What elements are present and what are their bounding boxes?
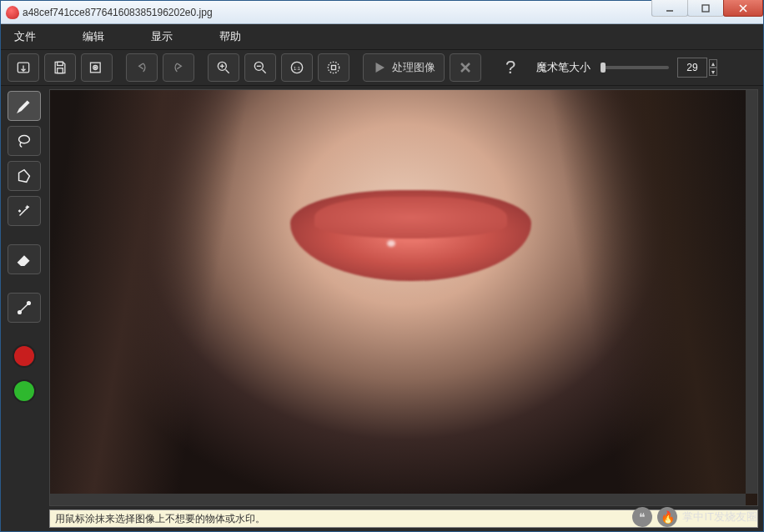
brush-size-slider[interactable] [601,66,669,69]
svg-line-15 [263,70,266,73]
process-label: 处理图像 [392,60,435,75]
content-area: 用鼠标涂抹来选择图像上不想要的物体或水印。 [1,86,763,531]
svg-rect-1 [702,5,709,12]
marker-tool[interactable] [8,91,41,121]
maximize-button[interactable] [687,0,724,17]
tool-sidebar [1,86,48,531]
brush-size-spinner[interactable]: ▴▾ [677,58,717,78]
zoom-fit-button[interactable] [318,53,349,82]
menu-view[interactable]: 显示 [144,26,179,48]
avatar-icon: 🔥 [657,507,677,527]
app-icon [6,6,19,19]
image-content [50,90,757,505]
undo-button[interactable] [126,53,158,82]
minimize-button[interactable] [651,0,688,17]
mask-color-red[interactable] [8,341,41,371]
spin-up-icon[interactable]: ▴ [709,59,717,68]
svg-line-11 [226,70,229,73]
horizontal-scrollbar[interactable] [50,494,746,505]
zoom-in-button[interactable] [208,53,239,82]
window-controls [652,1,763,23]
watermark: ❝ 🔥 掌中IT发烧友圈 [632,507,757,527]
wechat-icon: ❝ [632,507,652,527]
brush-size-label: 魔术笔大小 [536,60,591,75]
menubar: 文件 编辑 显示 帮助 [1,24,763,49]
save-button[interactable] [44,53,76,82]
cancel-button[interactable] [450,53,481,82]
svg-line-27 [20,304,28,311]
process-button[interactable]: 处理图像 [363,53,445,82]
line-tool[interactable] [8,293,41,323]
zoom-actual-button[interactable]: 1:1 [281,53,313,82]
svg-rect-20 [332,66,336,70]
lasso-tool[interactable] [8,126,41,156]
titlebar[interactable]: a48cef741cce877641608385196202e0.jpg [1,1,763,24]
brush-size-input[interactable] [677,58,707,78]
mask-color-green[interactable] [8,376,41,406]
svg-point-9 [95,67,97,68]
menu-edit[interactable]: 编辑 [76,26,111,48]
eraser-tool[interactable] [8,244,41,274]
vertical-scrollbar[interactable] [746,90,757,494]
polygon-tool[interactable] [8,161,41,191]
image-canvas[interactable] [49,89,758,506]
close-button[interactable] [723,0,763,17]
spin-down-icon[interactable]: ▾ [709,68,717,76]
svg-text:1:1: 1:1 [294,66,300,71]
app-window: a48cef741cce877641608385196202e0.jpg 文件 … [0,0,764,532]
toolbar: 1:1 处理图像 ? 魔术笔大小 ▴▾ [1,49,763,86]
preview-button[interactable] [81,53,113,82]
titlebar-filename: a48cef741cce877641608385196202e0.jpg [23,7,652,18]
svg-point-23 [19,136,30,143]
open-button[interactable] [8,53,39,82]
svg-rect-6 [58,68,63,73]
help-button[interactable]: ? [495,53,526,82]
magic-wand-tool[interactable] [8,196,41,226]
svg-rect-5 [58,62,63,65]
status-hint: 用鼠标涂抹来选择图像上不想要的物体或水印。 [55,512,265,526]
canvas-area: 用鼠标涂抹来选择图像上不想要的物体或水印。 [48,86,763,531]
menu-help[interactable]: 帮助 [213,26,248,48]
redo-button[interactable] [163,53,194,82]
watermark-text: 掌中IT发烧友圈 [682,509,757,524]
menu-file[interactable]: 文件 [8,26,43,48]
svg-point-19 [328,62,339,73]
zoom-out-button[interactable] [244,53,276,82]
